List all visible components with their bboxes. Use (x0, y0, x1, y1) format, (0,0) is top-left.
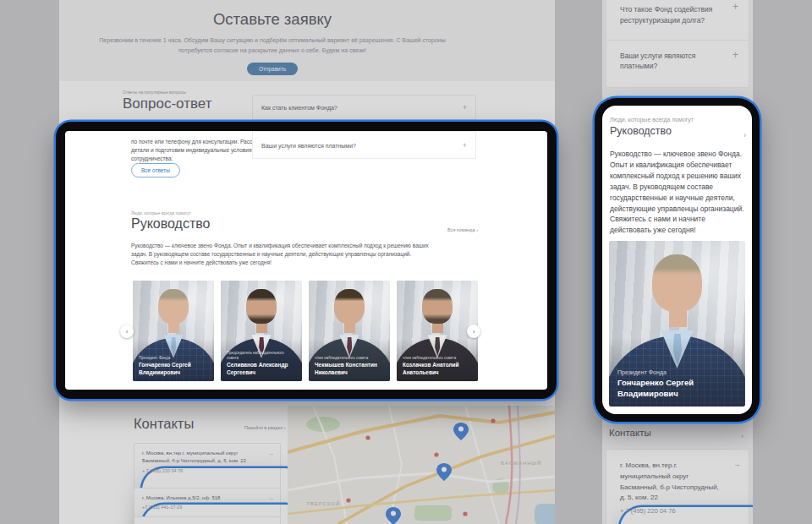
arrow-right-icon: → (733, 460, 741, 468)
map-district-label: БАСМАННЫЙ (501, 460, 541, 466)
arrow-right-icon: → (267, 450, 274, 457)
contact-phone: + 7 (495) 220 04 76 (620, 507, 753, 524)
mobile-faq-card: Что такое Фонд содействия реструктуризац… (606, 0, 749, 88)
leadership-title: Руководство (131, 216, 211, 232)
contact-address: г. Москва, вн.тер.г. муниципальный округ… (620, 461, 723, 504)
leadership-eyebrow: Люди, которые всегда помогут (610, 117, 694, 123)
submit-button[interactable]: Отправить (247, 63, 298, 75)
plus-icon[interactable]: + (463, 103, 467, 112)
team-member-name: Козлачков Анатолий Анатольевич (403, 362, 472, 377)
leadership-description: Руководство — ключевое звено Фонда. Опыт… (131, 242, 434, 267)
team-member-name: Чекмышев Константин Николаевич (315, 362, 384, 377)
leadership-description: Руководство — ключевое звено Фонда. Опыт… (610, 149, 747, 236)
contacts-map[interactable]: ТВЕРСКОЙ БАСМАННЫЙ (288, 406, 555, 524)
team-member-role: Президент Фонда (617, 369, 737, 375)
contacts-title: Контакты (134, 416, 194, 432)
plus-icon[interactable]: + (732, 49, 738, 61)
arrow-right-icon: → (267, 494, 274, 502)
chevron-right-icon[interactable]: › (743, 131, 746, 139)
leadership-eyebrow: Люди, которые всегда помогут (131, 210, 191, 216)
team-member-role: Президент Фонда (139, 356, 208, 361)
faq-question: Как стать клиентом Фонда? (261, 105, 337, 111)
carousel-prev-button[interactable]: ‹ (120, 325, 134, 338)
team-member-card[interactable]: Президент Фонда Гончаренко Сергей Владим… (609, 241, 745, 407)
faq-eyebrow: Ответы на популярные вопросы (123, 90, 186, 95)
team-member-card[interactable]: Президент Фонда Гончаренко Сергей Владим… (133, 281, 214, 381)
faq-question: Ваши услуги являются платными? (261, 142, 356, 148)
map-district-label: ТВЕРСКОЙ (306, 500, 340, 506)
cta-description: Перезвоним в течение 1 часа. Обсудим Ваш… (95, 35, 450, 55)
cta-title: Оставьте заявку (95, 10, 450, 29)
faq-item-what-is-fund[interactable]: Что такое Фонд содействия реструктуризац… (606, 0, 749, 40)
team-member-card[interactable]: Председатель наблюдательного совета Сели… (221, 281, 302, 381)
phone-device-frame: Люди, которые всегда помогут Руководство… (595, 98, 760, 422)
team-member-role: член наблюдательного совета (315, 356, 384, 361)
team-member-name: Гончаренко Сергей Владимирович (139, 362, 208, 377)
contacts-section-link[interactable]: Перейти в раздел › (244, 425, 286, 430)
contact-card-partner[interactable]: Партнёр Фонда Межрегиональная инспекция … (134, 516, 281, 524)
team-member-card[interactable]: член наблюдательного совета Чекмышев Кон… (309, 281, 390, 381)
faq-item-how-to-become-client[interactable]: Как стать клиентом Фонда? + (252, 95, 476, 120)
contact-address: г. Москва, вн.тер.г. муниципальный округ… (142, 450, 261, 466)
whole-team-link[interactable]: Вся команда › (410, 227, 478, 232)
faq-question: Что такое Фонд содействия реструктуризац… (620, 4, 715, 26)
team-member-name: Гончаренко Сергей Владимирович (617, 378, 719, 400)
chevron-right-icon: › (476, 227, 478, 232)
phone-screen: Люди, которые всегда помогут Руководство… (602, 106, 752, 414)
chevron-right-icon: › (284, 425, 286, 430)
faq-question: Ваши услуги являются платными? (620, 51, 715, 73)
tablet-device-frame: по почте или телефону для консультации. … (56, 122, 557, 399)
chevron-right-icon: › (473, 328, 475, 336)
team-member-name: Селиванов Александр Сергеевич (227, 362, 296, 377)
contact-card[interactable]: г. Москва, вн.тер.г. муниципальный округ… (606, 449, 749, 524)
contact-address: г. Москва, Ильинка д.5/2, оф. 518 (142, 494, 261, 502)
plus-icon[interactable]: + (463, 141, 467, 150)
tablet-screen: по почте или телефону для консультации. … (65, 131, 547, 390)
preview-workspace: Оставьте заявку Перезвоним в течение 1 ч… (0, 0, 812, 524)
leadership-title: Руководство (610, 125, 672, 137)
cta-section: Оставьте заявку Перезвоним в течение 1 ч… (59, 0, 555, 81)
all-answers-button[interactable]: Все ответы (131, 163, 180, 177)
chevron-left-icon: ‹ (126, 328, 129, 336)
faq-item-paid-services[interactable]: Ваши услуги являются платными? + (606, 40, 749, 88)
team-member-role: член наблюдательного совета (403, 356, 472, 361)
chevron-right-icon[interactable]: › (741, 432, 743, 440)
carousel-next-button[interactable]: › (467, 325, 480, 338)
plus-icon[interactable]: + (732, 1, 738, 13)
faq-item-paid-services[interactable]: Ваши услуги являются платными? + (252, 131, 476, 159)
team-member-role: Председатель наблюдательного совета (227, 351, 296, 361)
team-member-card[interactable]: член наблюдательного совета Козлачков Ан… (397, 281, 478, 381)
faq-title: Вопрос-ответ (123, 96, 211, 112)
contacts-title: Контакты (609, 428, 651, 438)
